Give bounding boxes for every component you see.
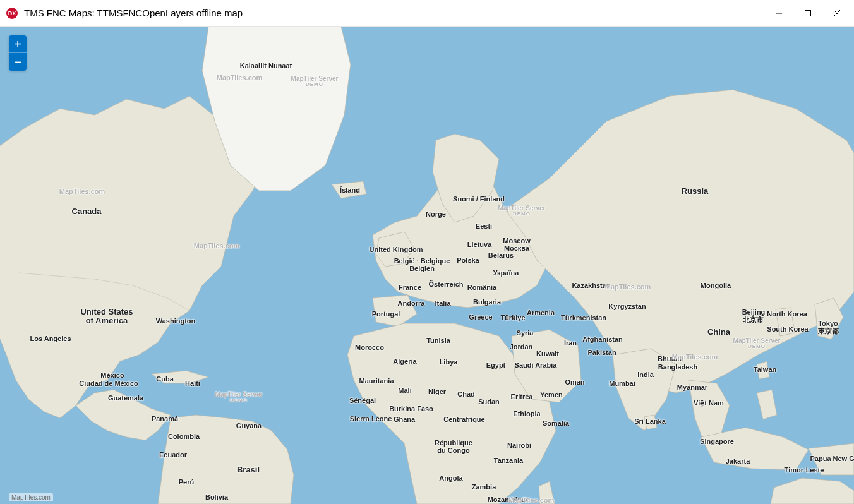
map-label: Tokyo東京都 [818, 320, 839, 335]
map-label: Eritrea [511, 393, 533, 400]
map-label: Україна [493, 269, 519, 277]
app-icon: DX [6, 8, 18, 19]
map-label: Türkmenistan [561, 314, 606, 321]
map-label: Angola [439, 474, 462, 482]
map-label: DEMO [513, 212, 531, 217]
map-label: Taiwan [754, 366, 776, 373]
map-label: Kalaallit Nunaat [240, 62, 292, 69]
map-label: Kyrgyzstan [608, 303, 646, 310]
map-label: China [707, 328, 730, 337]
map-label: Ghana [394, 416, 415, 423]
map-label: Bangladesh [658, 363, 697, 371]
map-label: Los Angeles [30, 335, 71, 342]
map-label: India [637, 371, 654, 378]
map-label: Bhutan [658, 355, 682, 363]
map-label: Ethiopia [513, 410, 540, 417]
map-label: Jakarta [726, 457, 750, 465]
map-label: Mali [398, 387, 411, 394]
map-attribution: MapTiles.com [9, 493, 53, 501]
map-label: Beijing北京市 [742, 308, 766, 323]
map-label: Chad [457, 390, 475, 398]
map-label: DEMO [748, 344, 766, 350]
map-label: Républiquedu Congo [435, 439, 472, 454]
map-label: Colombia [168, 433, 200, 440]
map-label: Oman [565, 378, 584, 386]
map-label: Österreich [428, 280, 463, 288]
map-label: Mozambique [488, 496, 530, 503]
map-label: Yemen [540, 391, 562, 399]
map-label: Jordan [510, 343, 533, 351]
map-label: Niger [428, 388, 446, 395]
map-label: Libya [440, 358, 458, 366]
map-label: Timor-Leste [785, 466, 824, 474]
map-label: MoscowМосква [503, 237, 530, 252]
map-label: Egypt [486, 361, 506, 369]
map-label: Myanmar [677, 383, 707, 391]
map-label: Haïti [185, 380, 200, 387]
map-label: Mongolia [701, 282, 731, 289]
titlebar: DX TMS FNC Maps: TTMSFNCOpenLayers offli… [0, 0, 854, 27]
map-label: MapTiles.com [59, 188, 105, 195]
map-label: Polska [457, 256, 479, 264]
map-label: Brasil [237, 465, 260, 474]
map-label: Saudi Arabia [515, 361, 557, 369]
map-label: Kazakhstan [572, 282, 610, 289]
map-label: Somalia [543, 419, 569, 427]
map-label: Singapore [700, 438, 734, 445]
map-label: Sri Lanka [634, 417, 666, 425]
map-label: Tunisia [426, 337, 450, 344]
map-label: North Korea [767, 310, 807, 318]
map-label: United Kingdom [370, 246, 423, 253]
map-label: Papua New Gu [810, 455, 854, 462]
map-label: Sierra Leone [350, 415, 392, 423]
map-label: Russia [682, 187, 709, 196]
close-button[interactable] [822, 0, 851, 27]
map-label: South Korea [767, 325, 808, 333]
map-label: Centrafrique [443, 416, 484, 423]
map-label: MapTiles.com [605, 283, 651, 291]
map-label: Burkina Faso [389, 405, 433, 412]
map-label: Guyana [236, 422, 262, 429]
map-label: MapTiler Server [215, 391, 263, 398]
map-label: Portugal [372, 310, 400, 318]
map-label: Perú [179, 478, 194, 486]
map-area[interactable]: Kalaallit NunaatMapTiler ServerDEMOMapTi… [0, 27, 854, 504]
map-labels-layer: Kalaallit NunaatMapTiler ServerDEMOMapTi… [0, 27, 854, 504]
map-label: México [100, 371, 124, 379]
map-label: Afghanistan [582, 335, 623, 343]
map-label: DEMO [230, 398, 248, 404]
map-label: MapTiles.com [194, 242, 240, 249]
map-label: Nairobi [507, 441, 531, 449]
map-label: Suomi / Finland [453, 195, 505, 203]
zoom-out-button[interactable]: − [9, 53, 27, 71]
maximize-button[interactable] [793, 0, 822, 27]
map-label: Italia [435, 299, 450, 307]
map-label: Iran [564, 339, 577, 347]
map-label: Morocco [355, 344, 384, 351]
map-label: Türkiye [500, 314, 525, 321]
map-label: MapTiler Server [498, 205, 546, 212]
map-label: Norge [426, 210, 446, 218]
window-title: TMS FNC Maps: TTMSFNCOpenLayers offline … [24, 8, 764, 18]
map-label: România [467, 284, 496, 291]
map-label: MapTiler Server [291, 75, 339, 82]
map-label: Algeria [393, 357, 416, 365]
map-label: Panamá [152, 415, 178, 423]
map-label: DEMO [306, 82, 323, 88]
map-label: Eesti [476, 222, 492, 230]
zoom-control: + − [9, 35, 27, 71]
minimize-button[interactable] [764, 0, 793, 27]
map-label: België · BelgiqueBelgien [394, 257, 450, 272]
map-label: MapTiles.com [508, 496, 555, 504]
map-label: Việt Nam [694, 399, 724, 407]
map-label: MapTiles.com [217, 74, 263, 81]
map-label: Syria [517, 329, 534, 337]
map-label: Bolivia [205, 493, 228, 501]
svg-rect-1 [805, 10, 811, 16]
map-label: Washington [156, 317, 196, 325]
map-label: Mauritania [359, 377, 394, 385]
map-label: Zambia [472, 483, 496, 491]
zoom-in-button[interactable]: + [9, 35, 27, 53]
map-label: Ciudad de México [79, 380, 138, 387]
map-label: Ecuador [159, 451, 187, 459]
